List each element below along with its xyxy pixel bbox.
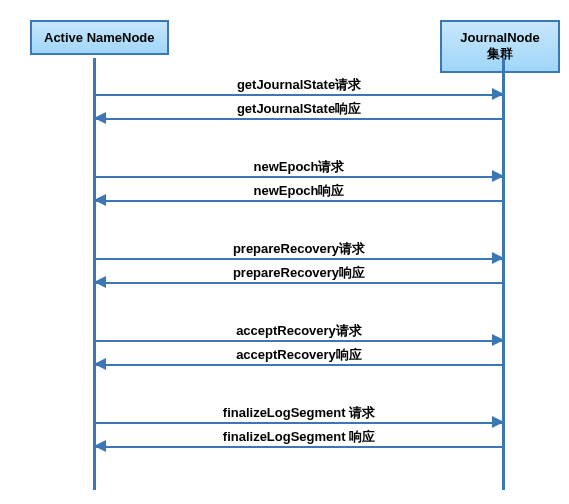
message-line: [95, 446, 503, 448]
message: acceptRecovery请求: [95, 324, 503, 346]
message-label: finalizeLogSegment 响应: [95, 428, 503, 446]
message-line: [95, 176, 503, 178]
message-label: newEpoch请求: [95, 158, 503, 176]
arrow-left-icon: [94, 276, 106, 288]
arrow-right-icon: [492, 88, 504, 100]
participant-right: JournalNode集群: [440, 20, 560, 73]
sequence-diagram: Active NameNode JournalNode集群 getJournal…: [20, 20, 560, 490]
message-label: prepareRecovery响应: [95, 264, 503, 282]
arrow-left-icon: [94, 112, 106, 124]
message: getJournalState请求: [95, 78, 503, 100]
message: acceptRecovery响应: [95, 348, 503, 370]
message: finalizeLogSegment 响应: [95, 430, 503, 452]
arrow-left-icon: [94, 194, 106, 206]
message: newEpoch请求: [95, 160, 503, 182]
message-label: getJournalState请求: [95, 76, 503, 94]
message-label: newEpoch响应: [95, 182, 503, 200]
message-line: [95, 282, 503, 284]
arrow-left-icon: [94, 440, 106, 452]
message: getJournalState响应: [95, 102, 503, 124]
message-label: getJournalState响应: [95, 100, 503, 118]
message-label: prepareRecovery请求: [95, 240, 503, 258]
message-line: [95, 118, 503, 120]
message-line: [95, 200, 503, 202]
message-label: acceptRecovery响应: [95, 346, 503, 364]
arrow-right-icon: [492, 416, 504, 428]
message: prepareRecovery响应: [95, 266, 503, 288]
message-line: [95, 364, 503, 366]
message-line: [95, 258, 503, 260]
participant-left: Active NameNode: [30, 20, 169, 55]
message-line: [95, 94, 503, 96]
message-line: [95, 422, 503, 424]
message: prepareRecovery请求: [95, 242, 503, 264]
message: finalizeLogSegment 请求: [95, 406, 503, 428]
arrow-right-icon: [492, 170, 504, 182]
message: newEpoch响应: [95, 184, 503, 206]
message-label: acceptRecovery请求: [95, 322, 503, 340]
arrow-right-icon: [492, 252, 504, 264]
arrow-left-icon: [94, 358, 106, 370]
message-line: [95, 340, 503, 342]
message-label: finalizeLogSegment 请求: [95, 404, 503, 422]
arrow-right-icon: [492, 334, 504, 346]
